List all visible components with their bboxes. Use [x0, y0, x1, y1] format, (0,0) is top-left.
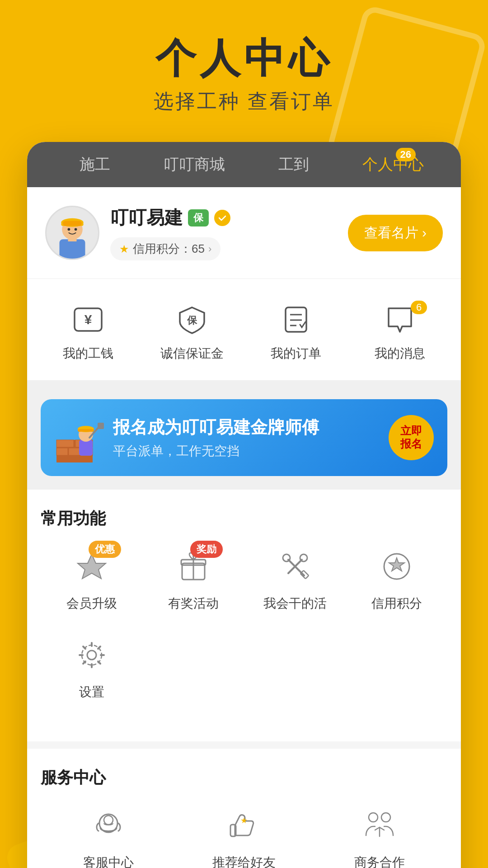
view-card-arrow: › [422, 225, 427, 241]
svg-point-8 [75, 228, 77, 231]
profile-name-row: 叮叮易建 保 [110, 205, 230, 230]
banner-signup-button[interactable]: 立即报名 [389, 415, 434, 460]
service-center-section: 服务中心 客服中心 [27, 749, 461, 868]
svg-rect-34 [300, 571, 308, 579]
nav-item-gongdao[interactable]: 工到 [244, 142, 343, 189]
svg-marker-28 [78, 554, 106, 579]
credit-star-icon: ★ [119, 243, 129, 255]
profile-section: 叮叮易建 保 ★ 信用积分：65 › 查看名片 › [27, 187, 461, 279]
svg-point-33 [283, 554, 290, 561]
credit-text: 信用积分：65 [133, 241, 205, 257]
badge-bao: 保 [188, 209, 209, 226]
skills-icon-wrap [275, 546, 315, 587]
func-reward-activity[interactable]: 奖励 有奖活动 [142, 546, 244, 612]
service-center-title: 服务中心 [41, 767, 447, 789]
banner[interactable]: 报名成为叮叮易建金牌师傅 平台派单，工作无空挡 立即报名 [41, 399, 447, 476]
svg-text:保: 保 [187, 315, 197, 326]
func-credit-label: 信用积分 [371, 595, 422, 612]
action-my-wages[interactable]: ¥ 我的工钱 [36, 297, 140, 367]
svg-rect-25 [78, 429, 94, 432]
action-wages-label: 我的工钱 [63, 345, 113, 362]
func-member-upgrade[interactable]: 优惠 会员升级 [41, 546, 142, 612]
hero-subtitle: 选择工种 查看订单 [18, 88, 470, 115]
nav-item-personal[interactable]: 个人中心 26 [343, 142, 443, 189]
quick-actions: ¥ 我的工钱 保 诚信保证金 [27, 279, 461, 386]
svg-point-42 [104, 816, 113, 825]
nav-item-shigong[interactable]: 施工 [45, 142, 145, 189]
customer-service-icon [88, 805, 129, 846]
profile-info: 叮叮易建 保 ★ 信用积分：65 › [110, 205, 230, 260]
business-icon [359, 805, 400, 846]
messages-badge: 6 [411, 301, 427, 314]
svg-rect-19 [56, 448, 68, 455]
money-icon: ¥ [70, 302, 106, 338]
profile-name: 叮叮易建 [110, 205, 183, 230]
func-my-skills[interactable]: 我会干的活 [244, 546, 346, 612]
common-functions-section: 常用功能 优惠 会员升级 奖励 [27, 490, 461, 741]
func-member-upgrade-label: 会员升级 [66, 595, 117, 612]
service-business-label: 商务合作 [354, 854, 405, 868]
action-messages[interactable]: 6 我的消息 [348, 297, 452, 367]
svg-point-45 [369, 813, 378, 822]
hero-title: 个人中心 [18, 36, 470, 81]
service-customer-label: 客服中心 [83, 854, 134, 868]
svg-point-46 [381, 813, 390, 822]
credit-arrow-icon: › [208, 243, 211, 255]
credit-row[interactable]: ★ 信用积分：65 › [110, 237, 221, 260]
svg-rect-22 [79, 440, 93, 456]
svg-line-32 [288, 560, 304, 576]
reward-icon-wrap: 奖励 [173, 546, 214, 587]
svg-point-7 [68, 228, 70, 231]
main-card: 施工 叮叮商城 工到 个人中心 26 [27, 142, 461, 868]
messages-icon: 6 [382, 302, 418, 338]
func-tag-reward: 奖励 [190, 541, 223, 558]
svg-point-36 [300, 554, 307, 561]
action-orders-label: 我的订单 [271, 345, 321, 362]
func-settings-label: 设置 [79, 684, 104, 701]
view-card-button[interactable]: 查看名片 › [348, 215, 443, 251]
svg-point-40 [82, 645, 102, 665]
svg-text:¥: ¥ [84, 312, 92, 327]
svg-marker-38 [389, 558, 404, 571]
banner-illustration [54, 413, 104, 462]
service-grid: 客服中心 推荐给好友 [41, 805, 447, 868]
hero-section: 个人中心 选择工种 查看订单 [0, 0, 488, 142]
action-orders[interactable]: 我的订单 [244, 297, 348, 367]
func-settings[interactable]: 设置 [41, 635, 142, 701]
shield-icon: 保 [174, 302, 210, 338]
recommend-icon [224, 805, 264, 846]
func-grid: 优惠 会员升级 奖励 [41, 546, 447, 723]
settings-icon-wrap [71, 635, 112, 675]
svg-rect-17 [56, 440, 74, 447]
svg-rect-6 [63, 221, 82, 226]
banner-btn-text: 立即报名 [400, 425, 422, 451]
svg-rect-27 [98, 423, 104, 429]
service-recommend[interactable]: 推荐给好友 [176, 805, 312, 868]
view-card-label: 查看名片 [364, 224, 418, 242]
nav-badge: 26 [396, 148, 416, 161]
func-credit-points[interactable]: 信用积分 [346, 546, 447, 612]
banner-text: 报名成为叮叮易建金牌师傅 平台派单，工作无空挡 [113, 416, 380, 460]
service-recommend-label: 推荐给好友 [212, 854, 276, 868]
profile-left: 叮叮易建 保 ★ 信用积分：65 › [45, 205, 230, 260]
nav-item-mall[interactable]: 叮叮商城 [145, 142, 244, 189]
banner-title: 报名成为叮叮易建金牌师傅 [113, 416, 380, 439]
banner-subtitle: 平台派单，工作无空挡 [113, 443, 380, 460]
avatar [45, 206, 99, 260]
nav-bar: 施工 叮叮商城 工到 个人中心 26 [27, 142, 461, 187]
action-messages-label: 我的消息 [375, 345, 425, 362]
action-guarantee[interactable]: 保 诚信保证金 [140, 297, 244, 367]
common-functions-title: 常用功能 [41, 508, 447, 530]
banner-section: 报名成为叮叮易建金牌师傅 平台派单，工作无空挡 立即报名 [27, 386, 461, 490]
credit-icon-wrap [376, 546, 417, 587]
badge-verified [214, 210, 230, 226]
action-guarantee-label: 诚信保证金 [160, 345, 224, 362]
func-reward-label: 有奖活动 [168, 595, 219, 612]
service-business[interactable]: 商务合作 [312, 805, 447, 868]
svg-point-39 [87, 651, 96, 660]
service-customer[interactable]: 客服中心 [41, 805, 176, 868]
func-skills-label: 我会干的活 [263, 595, 327, 612]
svg-rect-1 [60, 239, 85, 259]
member-upgrade-icon-wrap: 优惠 [71, 546, 112, 587]
func-tag-discount: 优惠 [89, 541, 121, 558]
